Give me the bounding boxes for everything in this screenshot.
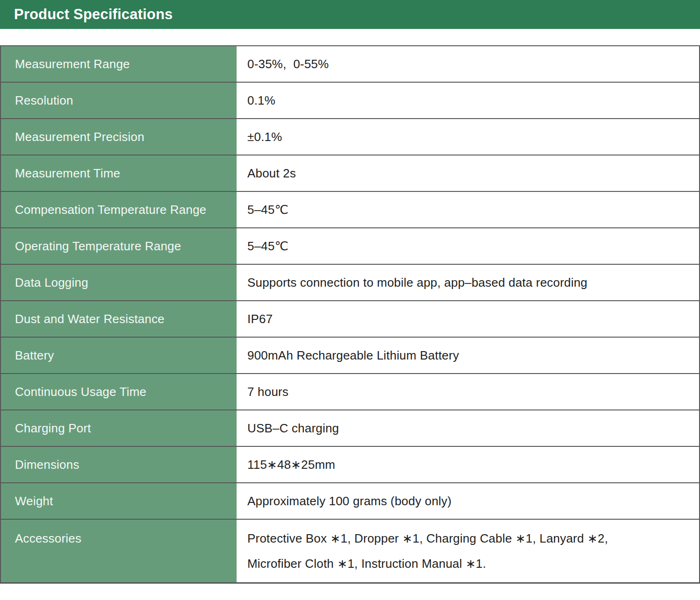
- spec-value: ±0.1%: [237, 119, 699, 155]
- table-row: Measurement Precision ±0.1%: [1, 119, 699, 155]
- spec-label: Battery: [1, 338, 237, 373]
- table-row: Measurement Time About 2s: [1, 155, 699, 192]
- page-title: Product Specifications: [14, 6, 173, 23]
- table-row: Compensation Temperature Range 5–45℃: [1, 192, 699, 228]
- spec-value: 0-35%, 0-55%: [237, 46, 699, 82]
- table-row: Accessories Protective Box ∗1, Dropper ∗…: [1, 520, 699, 582]
- table-row: Weight Approximately 100 grams (body onl…: [1, 483, 699, 520]
- spec-label: Measurement Time: [1, 155, 237, 191]
- spec-label: Operating Temperature Range: [1, 228, 237, 264]
- spec-value: 5–45℃: [237, 228, 699, 264]
- table-row: Data Logging Supports connection to mobi…: [1, 265, 699, 301]
- table-row: Measurement Range 0-35%, 0-55%: [1, 46, 699, 83]
- table-row: Dimensions 115∗48∗25mm: [1, 447, 699, 483]
- table-row: Resolution 0.1%: [1, 83, 699, 119]
- table-row: Dust and Water Resistance IP67: [1, 301, 699, 338]
- spec-label: Data Logging: [1, 265, 237, 300]
- spec-value: 0.1%: [237, 83, 699, 118]
- table-row: Operating Temperature Range 5–45℃: [1, 228, 699, 265]
- spec-label: Dust and Water Resistance: [1, 301, 237, 337]
- spec-label: Measurement Precision: [1, 119, 237, 155]
- spec-value: 7 hours: [237, 374, 699, 409]
- spec-value: 5–45℃: [237, 192, 699, 227]
- spec-table: Measurement Range 0-35%, 0-55% Resolutio…: [0, 45, 700, 584]
- table-row: Battery 900mAh Rechargeable Lithium Batt…: [1, 338, 699, 374]
- spec-label: Weight: [1, 483, 237, 519]
- spec-value: Supports connection to mobile app, app–b…: [237, 265, 699, 300]
- spec-label: Compensation Temperature Range: [1, 192, 237, 227]
- spec-label: Continuous Usage Time: [1, 374, 237, 409]
- spec-label: Accessories: [1, 520, 237, 582]
- spec-value-line-1: Protective Box ∗1, Dropper ∗1, Charging …: [247, 526, 608, 551]
- table-row: Continuous Usage Time 7 hours: [1, 374, 699, 410]
- spec-value: 115∗48∗25mm: [237, 447, 699, 482]
- spec-value: About 2s: [237, 155, 699, 191]
- spec-label: Charging Port: [1, 410, 237, 446]
- table-row: Charging Port USB–C charging: [1, 410, 699, 447]
- spec-value: 900mAh Rechargeable Lithium Battery: [237, 338, 699, 373]
- title-bar: Product Specifications: [0, 0, 700, 29]
- spec-label: Resolution: [1, 83, 237, 118]
- spec-value: Protective Box ∗1, Dropper ∗1, Charging …: [237, 520, 699, 582]
- spec-label: Dimensions: [1, 447, 237, 482]
- spec-value-line-2: Microfiber Cloth ∗1, Instruction Manual …: [247, 551, 486, 576]
- spec-value: Approximately 100 grams (body only): [237, 483, 699, 519]
- spec-label: Measurement Range: [1, 46, 237, 82]
- spec-value: USB–C charging: [237, 410, 699, 446]
- spec-value: IP67: [237, 301, 699, 337]
